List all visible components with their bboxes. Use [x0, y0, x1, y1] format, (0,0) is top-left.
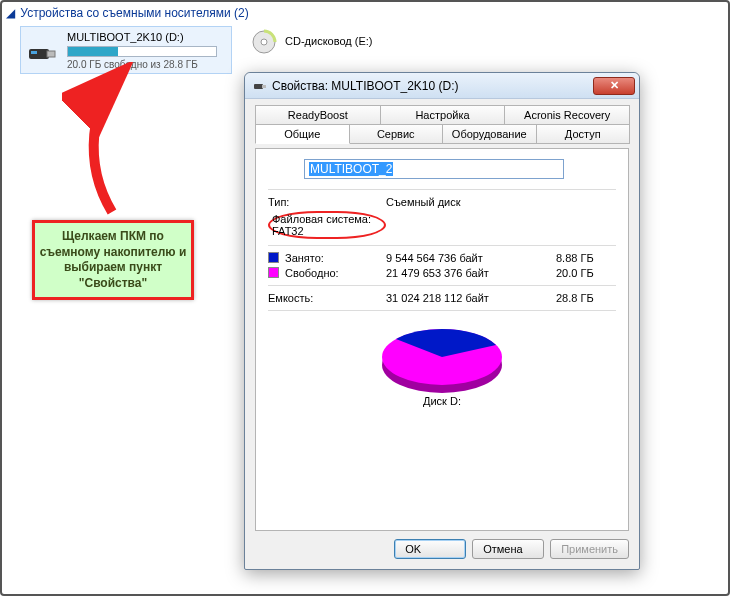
cap-bytes: 31 024 218 112 байт: [386, 292, 556, 304]
fs-label: Файловая система: FAT32: [268, 211, 386, 239]
drive-tile-usb[interactable]: MULTIBOOT_2K10 (D:) 20.0 ГБ свободно из …: [20, 26, 232, 74]
row-filesystem: Файловая система: FAT32: [268, 211, 616, 239]
divider: [268, 310, 616, 311]
section-header[interactable]: ◢ Устройства со съемными носителями (2): [6, 6, 249, 20]
row-type: Тип: Съемный диск: [268, 196, 616, 208]
tab-sharing[interactable]: Доступ: [536, 124, 631, 144]
svg-rect-6: [262, 85, 266, 88]
close-button[interactable]: ✕: [593, 77, 635, 95]
row-free: Свободно: 21 479 653 376 байт 20.0 ГБ: [268, 267, 616, 279]
tab-customize[interactable]: Настройка: [380, 105, 506, 125]
type-label: Тип:: [268, 196, 386, 208]
tab-tools[interactable]: Сервис: [349, 124, 444, 144]
tab-panel-general: MULTIBOOT_2 Тип: Съемный диск Файловая с…: [255, 148, 629, 531]
ok-button[interactable]: OK: [394, 539, 466, 559]
annotation-arrow-left: [62, 62, 192, 222]
drive-icon: [253, 79, 267, 93]
tab-hardware[interactable]: Оборудование: [442, 124, 537, 144]
row-used: Занято: 9 544 564 736 байт 8.88 ГБ: [268, 252, 616, 264]
tab-acronis[interactable]: Acronis Recovery: [504, 105, 630, 125]
tab-strip: ReadyBoost Настройка Acronis Recovery Об…: [255, 105, 629, 149]
dialog-button-row: OK Отмена Применить: [255, 531, 629, 561]
svg-rect-2: [31, 51, 37, 54]
row-capacity: Емкость: 31 024 218 112 байт 28.8 ГБ: [268, 292, 616, 304]
apply-button: Применить: [550, 539, 629, 559]
callout-left: Щелкаем ПКМ по съемному накопителю и выб…: [32, 220, 194, 300]
dialog-title: Свойства: MULTIBOOT_2K10 (D:): [272, 79, 593, 93]
usb-stick-icon: [25, 33, 59, 67]
chevron-down-icon: ◢: [6, 6, 15, 20]
cd-drive-label: CD-дисковод (E:): [285, 35, 372, 47]
titlebar[interactable]: Свойства: MULTIBOOT_2K10 (D:) ✕: [245, 73, 639, 99]
svg-rect-1: [47, 51, 55, 57]
volume-name-value: MULTIBOOT_2: [309, 162, 393, 176]
drive-tile-cd[interactable]: CD-дисковод (E:): [250, 28, 373, 56]
cd-drive-icon: [250, 28, 278, 56]
volume-name-input[interactable]: MULTIBOOT_2: [304, 159, 564, 179]
used-swatch: [268, 252, 279, 263]
svg-point-4: [261, 39, 267, 45]
drive-title: MULTIBOOT_2K10 (D:): [67, 31, 227, 43]
close-icon: ✕: [610, 79, 619, 91]
type-value: Съемный диск: [386, 196, 616, 208]
cancel-button[interactable]: Отмена: [472, 539, 544, 559]
tab-readyboost[interactable]: ReadyBoost: [255, 105, 381, 125]
capacity-bar: [67, 46, 217, 57]
free-swatch: [268, 267, 279, 278]
properties-dialog: Свойства: MULTIBOOT_2K10 (D:) ✕ ReadyBoo…: [244, 72, 640, 570]
divider: [268, 245, 616, 246]
used-bytes: 9 544 564 736 байт: [386, 252, 556, 264]
capacity-pie-chart: [372, 321, 512, 391]
cap-label: Емкость:: [268, 292, 386, 304]
svg-rect-5: [254, 84, 263, 89]
drive-free-text: 20.0 ГБ свободно из 28.8 ГБ: [67, 59, 227, 70]
free-gb: 20.0 ГБ: [556, 267, 616, 279]
used-gb: 8.88 ГБ: [556, 252, 616, 264]
divider: [268, 285, 616, 286]
divider: [268, 189, 616, 190]
free-bytes: 21 479 653 376 байт: [386, 267, 556, 279]
section-title: Устройства со съемными носителями (2): [20, 6, 248, 20]
tab-general[interactable]: Общие: [255, 124, 350, 144]
cap-gb: 28.8 ГБ: [556, 292, 616, 304]
